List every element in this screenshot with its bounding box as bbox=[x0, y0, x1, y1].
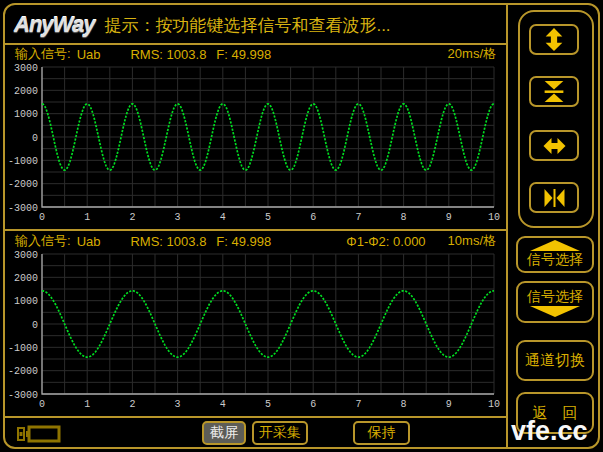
signal-select-up-button[interactable]: 信号选择 bbox=[516, 236, 594, 273]
triangle-up-icon bbox=[530, 240, 580, 251]
tip-text: 提示：按功能键选择信号和查看波形... bbox=[104, 14, 390, 37]
signal-label: 输入信号: bbox=[15, 232, 71, 250]
start-acquisition-button[interactable]: 开采集 bbox=[252, 421, 308, 445]
compress-vertical-button[interactable] bbox=[529, 76, 579, 107]
svg-text:0: 0 bbox=[39, 399, 45, 410]
svg-text:6: 6 bbox=[310, 212, 316, 223]
svg-text:-2000: -2000 bbox=[8, 366, 38, 377]
battery-icon bbox=[17, 424, 63, 444]
timebase-value: 20ms/格 bbox=[448, 45, 496, 63]
svg-text:3000: 3000 bbox=[14, 63, 38, 74]
hold-button[interactable]: 保持 bbox=[353, 421, 410, 445]
svg-text:0: 0 bbox=[32, 320, 38, 331]
svg-text:2: 2 bbox=[129, 399, 135, 410]
signal-name: Uab bbox=[77, 234, 101, 249]
phase-diff-value: Φ1-Φ2: 0.000 bbox=[346, 234, 425, 249]
svg-text:1000: 1000 bbox=[14, 109, 38, 120]
svg-text:4: 4 bbox=[220, 399, 226, 410]
compress-horizontal-icon bbox=[541, 186, 568, 210]
svg-text:2000: 2000 bbox=[14, 273, 38, 284]
rms-value: RMS: 1003.8 bbox=[130, 47, 206, 62]
svg-text:10: 10 bbox=[488, 399, 500, 410]
compress-vertical-icon bbox=[541, 79, 567, 104]
svg-text:6: 6 bbox=[310, 399, 316, 410]
bottombar-divider bbox=[5, 416, 506, 418]
svg-text:5: 5 bbox=[265, 399, 271, 410]
svg-text:3: 3 bbox=[175, 399, 181, 410]
device-screen: AnyWay 提示：按功能键选择信号和查看波形... 输入信号: Uab RMS… bbox=[0, 0, 603, 452]
channel-switch-button[interactable]: 通道切换 bbox=[516, 340, 594, 381]
sidebar: 信号选择 信号选择 通道切换 返 回 bbox=[508, 0, 603, 452]
svg-text:0: 0 bbox=[39, 212, 45, 223]
expand-horizontal-button[interactable] bbox=[529, 130, 579, 161]
signal-select-down-button[interactable]: 信号选择 bbox=[516, 281, 594, 323]
timebase-value: 10ms/格 bbox=[448, 232, 496, 250]
svg-text:-2000: -2000 bbox=[8, 179, 38, 190]
waveform-chart-2: 3000200010000-1000-2000-3000012345678910 bbox=[5, 249, 506, 413]
svg-text:8: 8 bbox=[401, 212, 407, 223]
svg-text:9: 9 bbox=[446, 399, 452, 410]
waveform-panel-2: 输入信号: Uab RMS: 1003.8 F: 49.998 Φ1-Φ2: 0… bbox=[5, 233, 506, 413]
waveform-chart-1: 3000200010000-1000-2000-3000012345678910 bbox=[5, 62, 506, 226]
svg-text:1: 1 bbox=[84, 212, 90, 223]
svg-text:5: 5 bbox=[265, 212, 271, 223]
waveform-panel-1: 输入信号: Uab RMS: 1003.8 F: 49.998 20ms/格 3… bbox=[5, 46, 506, 226]
frequency-value: F: 49.998 bbox=[216, 234, 271, 249]
svg-text:8: 8 bbox=[401, 399, 407, 410]
svg-text:7: 7 bbox=[355, 399, 361, 410]
svg-text:10: 10 bbox=[488, 212, 500, 223]
bottom-bar: 截屏 开采集 保持 bbox=[5, 419, 506, 448]
panel2-header: 输入信号: Uab RMS: 1003.8 F: 49.998 Φ1-Φ2: 0… bbox=[5, 233, 506, 249]
panel-divider bbox=[5, 229, 506, 231]
anyway-logo: AnyWay bbox=[14, 12, 94, 38]
compress-horizontal-button[interactable] bbox=[529, 182, 579, 213]
svg-text:3000: 3000 bbox=[14, 250, 38, 261]
svg-text:-3000: -3000 bbox=[8, 390, 38, 401]
svg-text:2: 2 bbox=[129, 212, 135, 223]
header-bar: AnyWay 提示：按功能键选择信号和查看波形... bbox=[14, 9, 504, 41]
svg-text:-1000: -1000 bbox=[8, 343, 38, 354]
svg-text:7: 7 bbox=[355, 212, 361, 223]
svg-text:-1000: -1000 bbox=[8, 156, 38, 167]
sidebar-divider bbox=[506, 4, 508, 448]
svg-text:3: 3 bbox=[175, 212, 181, 223]
channel-switch-label: 通道切换 bbox=[525, 351, 585, 370]
header-divider bbox=[5, 43, 506, 45]
svg-text:-3000: -3000 bbox=[8, 203, 38, 214]
expand-horizontal-icon bbox=[541, 134, 568, 158]
svg-text:0: 0 bbox=[32, 133, 38, 144]
vfe-watermark: vfe.cc bbox=[511, 416, 588, 447]
svg-text:1: 1 bbox=[84, 399, 90, 410]
signal-name: Uab bbox=[77, 47, 101, 62]
signal-label: 输入信号: bbox=[15, 45, 71, 63]
expand-vertical-icon bbox=[541, 27, 567, 52]
expand-vertical-button[interactable] bbox=[529, 24, 579, 55]
panel1-header: 输入信号: Uab RMS: 1003.8 F: 49.998 20ms/格 bbox=[5, 46, 506, 62]
svg-text:1000: 1000 bbox=[14, 296, 38, 307]
signal-select-down-label: 信号选择 bbox=[527, 288, 583, 306]
signal-select-up-label: 信号选择 bbox=[527, 251, 583, 269]
screenshot-button[interactable]: 截屏 bbox=[202, 421, 246, 445]
frequency-value: F: 49.998 bbox=[216, 47, 271, 62]
svg-text:9: 9 bbox=[446, 212, 452, 223]
triangle-down-icon bbox=[530, 306, 580, 317]
rms-value: RMS: 1003.8 bbox=[130, 234, 206, 249]
svg-text:4: 4 bbox=[220, 212, 226, 223]
svg-text:2000: 2000 bbox=[14, 86, 38, 97]
